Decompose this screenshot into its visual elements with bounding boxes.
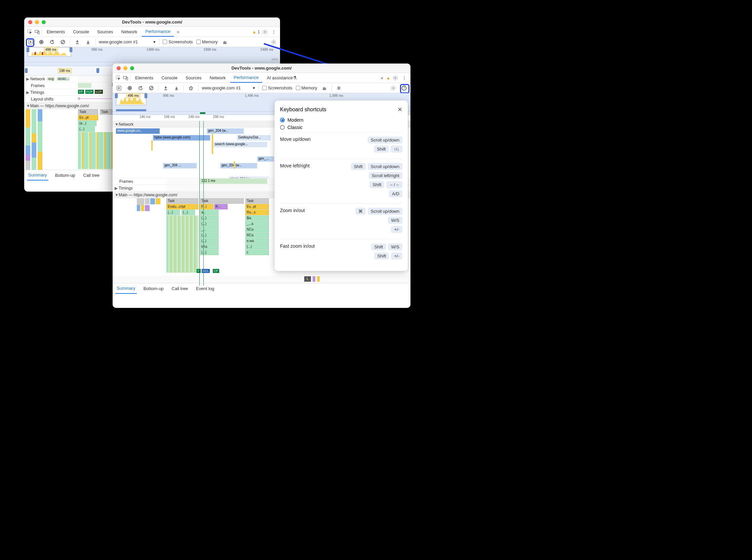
radio-icon — [280, 125, 285, 130]
issues-badge[interactable]: ▲ — [386, 76, 390, 80]
settings-icon[interactable] — [392, 74, 399, 82]
tab-summary[interactable]: Summary — [27, 170, 48, 180]
inspect-icon[interactable] — [115, 75, 121, 81]
more-tabs-icon[interactable]: » — [379, 75, 385, 81]
device-icon[interactable] — [34, 29, 40, 35]
kebab-icon[interactable]: ⋮ — [400, 74, 408, 82]
help-icon[interactable]: ? — [400, 84, 408, 92]
capture-settings-icon[interactable] — [390, 84, 397, 92]
recording-dropdown[interactable]: www.google.com #1▾ — [99, 39, 156, 44]
network-track[interactable]: ▶Networkoogdeskt... — [24, 76, 78, 82]
home-icon[interactable] — [187, 84, 195, 92]
svg-point-14 — [395, 77, 396, 79]
chevron-down-icon: ▾ — [253, 85, 255, 91]
clear-button[interactable] — [147, 84, 155, 92]
key-badge: Scroll up/down — [368, 208, 402, 215]
tab-console[interactable]: Console — [158, 73, 181, 83]
tab-summary[interactable]: Summary — [115, 283, 137, 294]
record-button[interactable] — [126, 84, 134, 92]
tab-event-log[interactable]: Event log — [195, 283, 216, 294]
reload-button[interactable] — [137, 84, 144, 92]
key-badge: Shift — [370, 181, 384, 188]
shortcut-label: Fast zoom in/out — [280, 243, 315, 249]
mode-modern[interactable]: Modern — [280, 117, 402, 123]
close-icon[interactable]: ✕ — [397, 106, 402, 113]
titlebar[interactable]: DevTools - www.google.com/ — [113, 63, 411, 73]
frames-track[interactable]: Frames — [24, 82, 78, 89]
minimap[interactable]: 496 ms — [116, 93, 146, 105]
popup-title: Keyboard shortcuts — [280, 106, 326, 113]
tab-performance[interactable]: Performance — [142, 27, 174, 37]
key-badge: ←/→ — [386, 181, 402, 188]
reload-button[interactable] — [48, 38, 56, 46]
svg-point-20 — [393, 87, 394, 89]
clear-button[interactable] — [59, 38, 66, 46]
close-window-button[interactable] — [117, 66, 121, 70]
key-badge: Shift — [371, 243, 386, 251]
tab-elements[interactable]: Elements — [43, 27, 68, 37]
capture-settings-icon[interactable] — [270, 38, 277, 46]
radio-checked-icon — [280, 118, 285, 122]
memory-checkbox[interactable]: Memory — [296, 85, 317, 91]
close-window-button[interactable] — [28, 20, 32, 24]
maximize-window-button[interactable] — [130, 66, 134, 70]
tab-elements[interactable]: Elements — [132, 73, 157, 83]
screenshots-checkbox[interactable]: Screenshots — [163, 39, 193, 44]
toggle-record-button[interactable] — [115, 84, 123, 92]
settings-icon[interactable] — [261, 28, 269, 36]
tab-network[interactable]: Network — [118, 27, 141, 37]
key-badge: Scroll left/right — [369, 172, 402, 179]
tab-call-tree[interactable]: Call tree — [82, 170, 101, 180]
panel-tabs: Elements Console Sources Network Perform… — [24, 27, 280, 37]
upload-icon[interactable] — [162, 84, 170, 92]
shortcut-label: Move left/right — [280, 163, 310, 168]
minimize-window-button[interactable] — [35, 20, 39, 24]
key-badge: Shift — [374, 253, 389, 260]
tab-performance[interactable]: Performance — [230, 73, 262, 83]
tab-sources[interactable]: Sources — [94, 27, 117, 37]
device-icon[interactable] — [123, 75, 129, 81]
memory-checkbox[interactable]: Memory — [196, 39, 218, 44]
key-badge: Shift — [351, 163, 366, 170]
tab-bottom-up[interactable]: Bottom-up — [142, 283, 165, 294]
layout-shifts-track[interactable]: Layout shifts — [24, 96, 78, 102]
tab-network[interactable]: Network — [206, 73, 229, 83]
minimap[interactable]: 498 ms — [27, 47, 71, 57]
upload-icon[interactable] — [74, 38, 81, 46]
maximize-window-button[interactable] — [42, 20, 46, 24]
inspect-icon[interactable] — [27, 29, 33, 35]
zoom-handle-right[interactable] — [97, 68, 99, 73]
range-handle-left[interactable] — [26, 47, 29, 52]
collect-garbage-icon[interactable] — [321, 84, 328, 92]
collect-garbage-icon[interactable] — [221, 38, 229, 46]
issues-badge[interactable]: ▲1 — [252, 29, 260, 34]
more-tabs-icon[interactable]: » — [175, 29, 181, 35]
toggle-record-button[interactable] — [27, 38, 34, 46]
recording-dropdown[interactable]: www.google.com #1▾ — [202, 85, 255, 91]
perf-toolbar: www.google.com #1▾ Screenshots Memory — [24, 37, 280, 47]
titlebar[interactable]: DevTools - www.google.com/ — [24, 18, 280, 27]
tab-call-tree[interactable]: Call tree — [171, 283, 189, 294]
minimize-window-button[interactable] — [123, 66, 127, 70]
tab-ai-assistance[interactable]: AI assistance ⚗ — [263, 73, 300, 83]
record-button[interactable] — [38, 38, 45, 46]
download-icon[interactable] — [173, 84, 180, 92]
download-icon[interactable] — [84, 38, 92, 46]
zoom-handle-left[interactable] — [25, 68, 27, 73]
timings-track[interactable]: ▶Timings — [24, 89, 78, 96]
panel-tabs: Elements Console Sources Network Perform… — [113, 73, 411, 83]
flask-icon: ⚗ — [293, 75, 297, 80]
screenshots-checkbox[interactable]: Screenshots — [262, 85, 292, 91]
timings-track[interactable]: ▶Timings — [113, 185, 166, 191]
sidebar-toggle-icon[interactable] — [335, 84, 342, 92]
tab-sources[interactable]: Sources — [182, 73, 205, 83]
mode-classic[interactable]: Classic — [280, 125, 402, 130]
tab-bottom-up[interactable]: Bottom-up — [54, 170, 77, 180]
range-handle-right[interactable] — [70, 47, 72, 52]
kebab-icon[interactable]: ⋮ — [270, 28, 277, 36]
overview-ruler[interactable]: 998 ms 1498 ms 1998 ms 2498 ms 498 ms CP… — [24, 47, 280, 62]
tab-console[interactable]: Console — [70, 27, 93, 37]
frames-track[interactable]: Frames — [113, 178, 166, 184]
range-handle-left[interactable] — [115, 94, 118, 98]
range-handle-right[interactable] — [144, 94, 147, 98]
